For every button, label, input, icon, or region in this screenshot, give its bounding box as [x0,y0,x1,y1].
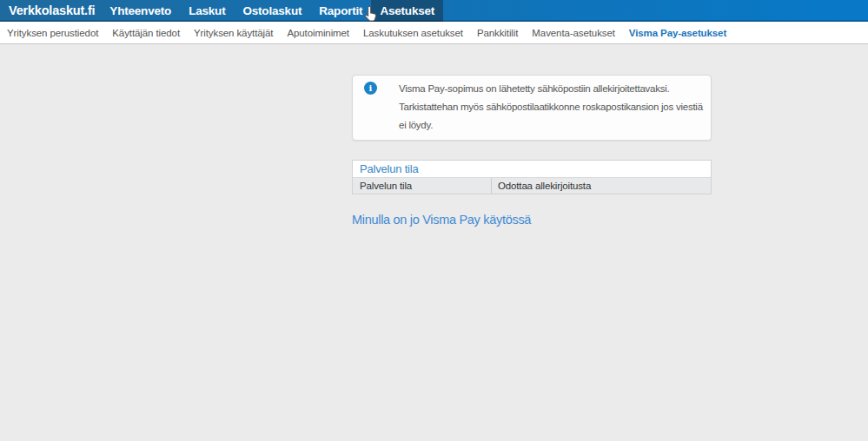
subnav-item-laskutuksen-asetukset[interactable]: Laskutuksen asetukset [356,28,470,38]
page-content: i Visma Pay-sopimus on lähetetty sähköpo… [0,44,868,440]
service-status-value: Odottaa allekirjoitusta [492,178,711,194]
subnav-item-kayttajan-tiedot[interactable]: Käyttäjän tiedot [105,28,187,38]
brand-verkkolaskut[interactable]: Verkkolaskut.fi [0,0,101,22]
top-navigation-bar: Verkkolaskut.fi Yhteenveto Laskut Ostola… [0,0,868,22]
info-alert: i Visma Pay-sopimus on lähetetty sähköpo… [352,75,712,141]
topnav-item-raportit[interactable]: Raportit [310,0,371,22]
topnav-item-yhteenveto[interactable]: Yhteenveto [101,0,180,22]
subnav-item-visma-pay-asetukset[interactable]: Visma Pay-asetukset [622,28,733,38]
info-icon-wrap: i [353,80,399,135]
service-status-panel-title: Palvelun tila [353,161,711,178]
subnav-item-maventa-asetukset[interactable]: Maventa-asetukset [525,28,621,38]
subnav-item-yrityksen-kayttajat[interactable]: Yrityksen käyttäjät [187,28,280,38]
subnav-item-yrityksen-perustiedot[interactable]: Yrityksen perustiedot [0,28,105,38]
topnav-item-laskut[interactable]: Laskut [180,0,234,22]
topnav-item-asetukset[interactable]: Asetukset [371,0,443,22]
service-status-panel: Palvelun tila Palvelun tila Odottaa alle… [352,160,712,194]
info-icon: i [364,82,377,95]
info-alert-text: Visma Pay-sopimus on lähetetty sähköpost… [399,80,706,135]
table-row: Palvelun tila Odottaa allekirjoitusta [353,178,711,194]
subnav-item-pankkitilit[interactable]: Pankkitilit [470,28,525,38]
settings-sub-navigation: Yrityksen perustiedot Käyttäjän tiedot Y… [0,22,868,44]
already-have-visma-pay-link[interactable]: Minulla on jo Visma Pay käytössä [352,213,531,227]
topnav-item-ostolaskut[interactable]: Ostolaskut [234,0,310,22]
topnav-item-raportit-label: Raportit [319,4,362,17]
service-status-label: Palvelun tila [353,178,492,194]
subnav-item-aputoiminimet[interactable]: Aputoiminimet [280,28,356,38]
visma-pay-settings-column: i Visma Pay-sopimus on lähetetty sähköpo… [352,44,712,227]
